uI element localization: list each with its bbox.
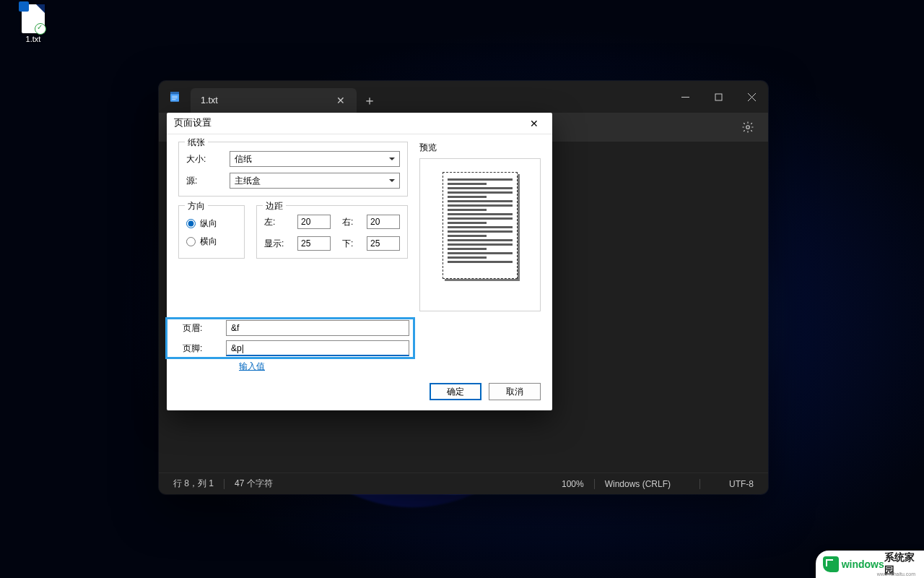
status-position: 行 8，列 1 [173, 478, 214, 490]
dialog-title: 页面设置 [174, 117, 212, 129]
minimize-button[interactable] [668, 81, 702, 113]
cancel-button[interactable]: 取消 [489, 383, 541, 400]
tab-label: 1.txt [201, 95, 218, 105]
margins-group: 边距 左: 右: 显示: 下: [256, 205, 408, 259]
orientation-landscape-label: 横向 [200, 236, 217, 248]
margin-left-label: 左: [264, 216, 286, 228]
status-zoom: 100% [562, 479, 584, 489]
margin-top-label: 显示: [264, 238, 286, 250]
tab-strip: 1.txt ✕ ＋ [191, 81, 668, 113]
paper-source-label: 源: [186, 175, 230, 187]
orientation-group: 方向 纵向 横向 [178, 205, 245, 259]
paper-size-select[interactable]: 信纸 [230, 151, 400, 167]
svg-point-9 [746, 126, 750, 129]
page-setup-dialog: 页面设置 ✕ 纸张 大小: 信纸 源: 主纸盒 方 [167, 113, 552, 410]
margin-bottom-input[interactable] [367, 236, 400, 251]
text-file-icon [22, 4, 45, 33]
statusbar: 行 8，列 1 47 个字符 100% Windows (CRLF) UTF-8 [159, 473, 768, 494]
header-label: 页眉: [178, 322, 226, 335]
window-close-button[interactable] [735, 81, 768, 113]
paper-legend: 纸张 [185, 137, 208, 149]
svg-rect-1 [170, 92, 179, 94]
watermark-logo: windows系统家园 www.ruhaitu.com [816, 551, 924, 578]
check-badge-icon [19, 1, 29, 12]
footer-label: 页脚: [178, 342, 226, 355]
tab-active[interactable]: 1.txt ✕ [191, 88, 357, 113]
dialog-titlebar[interactable]: 页面设置 ✕ [167, 113, 552, 134]
ok-button[interactable]: 确定 [430, 383, 481, 400]
page-preview-icon [443, 172, 518, 279]
footer-input[interactable] [226, 340, 409, 356]
notepad-app-icon [159, 81, 191, 113]
desktop-file-label: 1.txt [13, 35, 53, 43]
orientation-landscape-radio[interactable] [186, 237, 196, 246]
status-chars: 47 个字符 [235, 478, 273, 490]
settings-gear-icon[interactable] [738, 117, 758, 137]
header-input[interactable] [226, 320, 409, 336]
input-values-link[interactable]: 输入值 [178, 361, 265, 373]
tab-close-icon[interactable]: ✕ [332, 92, 349, 109]
margin-left-input[interactable] [297, 215, 331, 229]
preview-label: 预览 [419, 142, 541, 154]
orientation-portrait-label: 纵向 [200, 217, 217, 230]
paper-source-select[interactable]: 主纸盒 [230, 173, 400, 189]
desktop-file-icon[interactable]: 1.txt [13, 4, 53, 43]
margin-right-label: 右: [342, 216, 355, 228]
titlebar[interactable]: 1.txt ✕ ＋ [159, 81, 768, 113]
paper-size-label: 大小: [186, 153, 230, 165]
sync-status-icon [35, 23, 46, 35]
status-encoding: UTF-8 [729, 479, 754, 489]
status-eol: Windows (CRLF) [605, 479, 671, 489]
orientation-legend: 方向 [185, 200, 208, 212]
margin-bottom-label: 下: [342, 238, 355, 250]
paper-group: 纸张 大小: 信纸 源: 主纸盒 [178, 142, 408, 197]
maximize-button[interactable] [702, 81, 735, 113]
svg-rect-6 [715, 94, 722, 100]
dialog-close-icon[interactable]: ✕ [523, 115, 545, 132]
margins-legend: 边距 [263, 200, 286, 212]
logo-icon [823, 556, 839, 572]
new-tab-button[interactable]: ＋ [357, 88, 383, 113]
margin-top-input[interactable] [297, 236, 331, 251]
margin-right-input[interactable] [367, 215, 400, 229]
preview-box [419, 158, 541, 311]
orientation-portrait-radio[interactable] [186, 219, 196, 228]
